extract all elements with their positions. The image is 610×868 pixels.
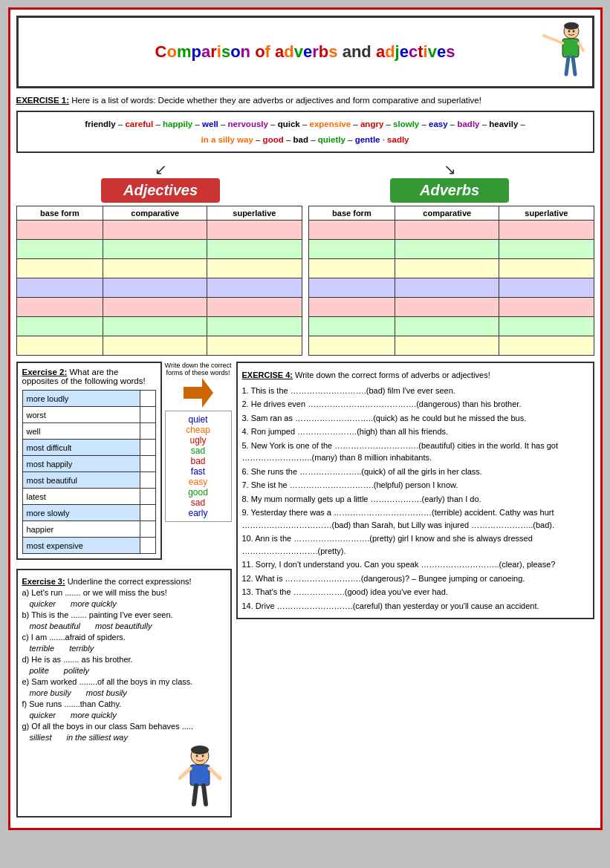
exercise4-area: EXERCISE 4: Write down the correct forms… — [236, 362, 594, 822]
table-row: happier — [22, 521, 155, 538]
svg-line-16 — [204, 786, 206, 804]
choice-item: politely — [64, 666, 89, 675]
choice-item: quicker — [30, 599, 56, 608]
svg-point-17 — [195, 755, 198, 757]
boy-illustration — [174, 745, 226, 812]
ex3-item-e: e) Sam worked ........of all the boys in… — [22, 677, 226, 686]
choice-item: more quickly — [71, 599, 117, 608]
ex4-item-3: 3. Sam ran as ………………………..(quick) as he c… — [242, 412, 588, 425]
word-item: ugly — [169, 435, 228, 446]
svg-point-7 — [568, 30, 570, 33]
svg-marker-9 — [184, 378, 213, 408]
adv-comparative-header: comparative — [395, 206, 499, 221]
page: Comparison of adverbs and adjectives — [8, 7, 603, 830]
adj-comparative-header: comparative — [103, 206, 207, 221]
ex4-item-1: 1. This is the ……………………….(bad) film I've… — [242, 385, 588, 397]
exercise4-title: EXERCISE 4: Write down the correct forms… — [242, 369, 588, 382]
table-row: most difficult — [22, 440, 155, 456]
choice-item: more busily — [30, 688, 71, 697]
ex3-item-f: f) Sue runs .......than Cathy. — [22, 699, 226, 708]
adjectives-table-section: base form comparative superlative — [16, 206, 302, 356]
choice-item: in the silliest way — [66, 733, 128, 742]
svg-line-15 — [194, 786, 196, 804]
ex4-item-2: 2. He drives even ………………………………….(dangero… — [242, 398, 588, 411]
exercise2-label: Exercise 2: — [22, 368, 68, 376]
svg-line-6 — [573, 57, 575, 74]
svg-line-13 — [180, 769, 190, 778]
word-cell: more slowly — [22, 505, 140, 521]
exercise3-label: Exercise 3: — [22, 577, 65, 586]
word-cell: latest — [22, 489, 140, 505]
table-row: most expensive — [22, 538, 155, 554]
title-box: Comparison of adverbs and adjectives — [16, 16, 594, 88]
tables-section: base form comparative superlative base f… — [16, 206, 594, 356]
word-cell: most happily — [22, 456, 140, 472]
adverbs-table: base form comparative superlative — [308, 206, 594, 356]
ex3-choices-c: terribleterribly — [22, 644, 226, 653]
word-item: sad — [169, 446, 228, 456]
table-row: worst — [22, 407, 155, 423]
exercise1-instruction: EXERCISE 1: Here is a list of words: Dec… — [16, 94, 594, 106]
word-item: easy — [169, 477, 228, 487]
word-cell: well — [22, 423, 140, 440]
ex4-item-7: 7. She ist he ………………………….(helpful) perso… — [242, 479, 588, 492]
ex2-row: Exercise 2: What are the opposites of th… — [16, 362, 232, 564]
ex3-item-d: d) He is as ....... as his brother. — [22, 655, 226, 664]
lower-section: Exercise 2: What are the opposites of th… — [16, 362, 594, 822]
word-cell: most beautiful — [22, 472, 140, 489]
word-cell: more loudly — [22, 391, 140, 407]
ex3-choices-g: silliestin the silliest way — [22, 733, 226, 742]
answer-cell — [140, 472, 155, 489]
arrow-icon — [184, 378, 213, 408]
ex4-item-4: 4. Ron jumped ………………….(high) than all hi… — [242, 425, 588, 438]
word-item: fast — [169, 466, 228, 477]
ex4-item-12: 12. What is ……………………….(dangerous)? – Bun… — [242, 572, 588, 585]
svg-rect-12 — [190, 765, 210, 786]
ex3-item-b: b) This is the ....... painting I've eve… — [22, 610, 226, 619]
adjectives-table: base form comparative superlative — [16, 206, 302, 356]
word-item: early — [169, 508, 228, 518]
word-cell: most expensive — [22, 538, 140, 554]
exercise4-box: EXERCISE 4: Write down the correct forms… — [236, 362, 594, 619]
svg-line-14 — [210, 769, 220, 778]
choice-item: most busily — [86, 688, 127, 697]
word-list-vertical: quiet cheap ugly sad bad fast easy good … — [165, 411, 232, 522]
table-row: latest — [22, 489, 155, 505]
exercise2-title: Exercise 2: What are the opposites of th… — [22, 368, 156, 385]
answer-cell — [140, 391, 155, 407]
word-item: sad — [169, 497, 228, 508]
svg-point-11 — [191, 745, 209, 754]
word-cell: most difficult — [22, 440, 140, 456]
character-illustration — [540, 22, 585, 82]
table-row: more slowly — [22, 505, 155, 521]
ex4-item-8: 8. My mum normally gets up a little …………… — [242, 493, 588, 506]
ex3-choices-f: quickermore quickly — [22, 711, 226, 719]
ex3-choices-a: quickermore quickly — [22, 599, 226, 608]
word-cell: happier — [22, 521, 140, 538]
choice-item: most beautifully — [95, 621, 152, 630]
word-item: quiet — [169, 414, 228, 425]
left-lower: Exercise 2: What are the opposites of th… — [16, 362, 232, 822]
exercise4-label: EXERCISE 4: — [242, 371, 293, 379]
exercise2-area: Exercise 2: What are the opposites of th… — [16, 362, 162, 564]
choice-item: terrible — [30, 644, 55, 653]
ex3-item-a: a) Let's run ....... or we will miss the… — [22, 588, 226, 597]
svg-point-8 — [572, 30, 574, 33]
choice-item: silliest — [30, 733, 52, 742]
exercise3-title: Exercise 3: Underline the correct expres… — [22, 577, 226, 586]
ex3-choices-b: most beautifulmost beautifully — [22, 621, 226, 630]
adjectives-header: Adjectives — [101, 178, 220, 203]
answer-cell — [140, 505, 155, 521]
ex4-item-11: 11. Sorry, I don't understand you. Can y… — [242, 558, 588, 571]
word-item: good — [169, 487, 228, 497]
table-row: most happily — [22, 456, 155, 472]
ex4-item-5: 5. New York is one of the ………………………….(be… — [242, 440, 588, 464]
table-row: well — [22, 423, 155, 440]
answer-cell — [140, 538, 155, 554]
adv-base-header: base form — [308, 206, 395, 221]
adverbs-header: Adverbs — [390, 178, 509, 203]
ex4-item-6: 6. She runs the …………………..(quick) of all … — [242, 466, 588, 478]
answer-cell — [140, 489, 155, 505]
choice-item: most beautiful — [30, 621, 80, 630]
ex3-choices-d: politepolitely — [22, 666, 226, 675]
